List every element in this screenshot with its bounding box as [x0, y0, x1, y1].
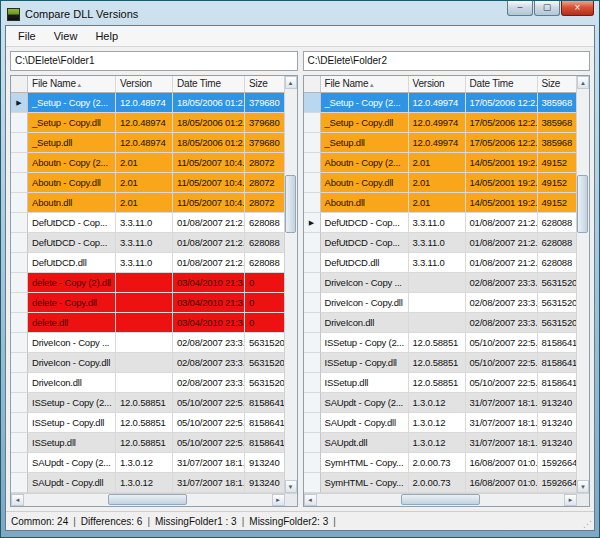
- vertical-scroll-thumb[interactable]: [285, 175, 296, 233]
- row-gutter: [304, 153, 321, 173]
- size-cell: 0: [245, 273, 284, 293]
- horizontal-scrollbar[interactable]: ◄ ►: [11, 493, 297, 506]
- column-header-size[interactable]: Size: [538, 76, 577, 92]
- table-row[interactable]: DefUtDCD - Cop...3.3.11.001/08/2007 21:2…: [11, 233, 284, 253]
- table-row[interactable]: Aboutn - Copy.dll2.0111/05/2007 10:4...2…: [11, 173, 284, 193]
- table-row[interactable]: DriveIcon - Copy.dll02/08/2007 23:3...56…: [304, 293, 577, 313]
- scroll-right-icon[interactable]: ►: [272, 494, 285, 506]
- size-cell: 628088: [538, 253, 577, 273]
- horizontal-scroll-thumb[interactable]: [108, 494, 187, 505]
- table-row[interactable]: SAUpdt - Copy (2...1.3.0.1231/07/2007 18…: [304, 393, 577, 413]
- size-cell: 1592664: [538, 453, 577, 473]
- table-row[interactable]: ISSetup.dll12.0.5885105/10/2007 22:5...8…: [304, 373, 577, 393]
- resize-grip-icon[interactable]: ⋰: [583, 519, 592, 529]
- table-row[interactable]: ISSetup - Copy.dll12.0.5885105/10/2007 2…: [11, 413, 284, 433]
- title-bar[interactable]: Compare DLL Versions – ▢ ×: [1, 1, 599, 25]
- vertical-scroll-track[interactable]: [285, 89, 297, 480]
- row-gutter: [304, 373, 321, 393]
- scroll-left-icon[interactable]: ◄: [304, 494, 317, 506]
- table-row[interactable]: DriveIcon - Copy ...02/08/2007 23:3...56…: [11, 333, 284, 353]
- size-cell: 628088: [538, 233, 577, 253]
- table-row[interactable]: ISSetup - Copy.dll12.0.5885105/10/2007 2…: [304, 353, 577, 373]
- date-time-cell: 18/05/2006 01:2...: [173, 113, 245, 133]
- folder2-path-input[interactable]: C:\DElete\Folder2: [303, 51, 591, 71]
- table-row[interactable]: SymHTML - Copy...2.0.00.7316/08/2007 01:…: [304, 473, 577, 493]
- date-time-cell: 05/10/2007 22:5...: [173, 413, 245, 433]
- menu-help[interactable]: Help: [86, 28, 127, 44]
- version-cell: [116, 273, 173, 293]
- scroll-down-icon[interactable]: ▼: [285, 480, 297, 493]
- table-row[interactable]: DefUtDCD.dll3.3.11.001/08/2007 21:2...62…: [304, 253, 577, 273]
- table-row[interactable]: _Setup.dll12.0.4897418/05/2006 01:2...37…: [11, 133, 284, 153]
- date-time-cell: 01/08/2007 21:2...: [466, 213, 538, 233]
- maximize-button[interactable]: ▢: [534, 1, 560, 16]
- table-row[interactable]: Aboutn.dll2.0114/05/2001 19:2...49152: [304, 193, 577, 213]
- scroll-right-icon[interactable]: ►: [564, 494, 577, 506]
- table-row[interactable]: delete - Copy.dll03/04/2010 21:3...0: [11, 293, 284, 313]
- table-row[interactable]: _Setup - Copy (2...12.0.4997417/05/2006 …: [304, 93, 577, 113]
- table-row[interactable]: _Setup.dll12.0.4997417/05/2006 12:2...38…: [304, 133, 577, 153]
- column-header-file-name[interactable]: File Name ▴: [321, 76, 409, 92]
- table-row[interactable]: delete.dll03/04/2010 21:3...0: [11, 313, 284, 333]
- table-row[interactable]: SAUpdt - Copy.dll1.3.0.1231/07/2007 18:1…: [11, 473, 284, 493]
- row-gutter: [304, 393, 321, 413]
- folder1-path-input[interactable]: C:\DElete\Folder1: [10, 51, 298, 71]
- scroll-left-icon[interactable]: ◄: [11, 494, 24, 506]
- horizontal-scroll-thumb[interactable]: [401, 494, 480, 505]
- table-row[interactable]: _Setup - Copy.dll12.0.4997417/05/2006 12…: [304, 113, 577, 133]
- table-row[interactable]: DefUtDCD.dll3.3.11.001/08/2007 21:2...62…: [11, 253, 284, 273]
- table-row[interactable]: DefUtDCD - Cop...3.3.11.001/08/2007 21:2…: [11, 213, 284, 233]
- version-cell: 2.01: [409, 173, 466, 193]
- table-row[interactable]: ISSetup - Copy (2...12.0.5885105/10/2007…: [304, 333, 577, 353]
- row-gutter: [304, 333, 321, 353]
- size-cell: 49152: [538, 193, 577, 213]
- table-row[interactable]: delete - Copy (2).dll03/04/2010 21:3...0: [11, 273, 284, 293]
- vertical-scroll-thumb[interactable]: [577, 175, 588, 233]
- horizontal-scrollbar[interactable]: ◄ ►: [304, 493, 590, 506]
- scroll-up-icon[interactable]: ▲: [285, 76, 297, 89]
- column-header-date-time[interactable]: Date Time: [466, 76, 538, 92]
- table-row[interactable]: SAUpdt - Copy.dll1.3.0.1231/07/2007 18:1…: [304, 413, 577, 433]
- table-row[interactable]: SAUpdt - Copy (2...1.3.0.1231/07/2007 18…: [11, 453, 284, 473]
- table-row[interactable]: DriveIcon.dll02/08/2007 23:3...5631520: [304, 313, 577, 333]
- table-row[interactable]: ISSetup - Copy (2...12.0.5885105/10/2007…: [11, 393, 284, 413]
- column-header-file-name[interactable]: File Name ▴: [28, 76, 116, 92]
- column-header-size[interactable]: Size: [245, 76, 284, 92]
- version-cell: 1.3.0.12: [409, 393, 466, 413]
- table-row[interactable]: DriveIcon - Copy.dll02/08/2007 23:3...56…: [11, 353, 284, 373]
- table-row[interactable]: DefUtDCD - Cop...3.3.11.001/08/2007 21:2…: [304, 233, 577, 253]
- table-row[interactable]: Aboutn - Copy.dll2.0114/05/2001 19:2...4…: [304, 173, 577, 193]
- table-row[interactable]: ISSetup.dll12.0.5885105/10/2007 22:5...8…: [11, 433, 284, 453]
- column-header-version[interactable]: Version: [409, 76, 466, 92]
- table-row[interactable]: ▶_Setup - Copy (2...12.0.4897418/05/2006…: [11, 93, 284, 113]
- vertical-scroll-track[interactable]: [577, 89, 589, 480]
- scroll-down-icon[interactable]: ▼: [577, 480, 589, 493]
- column-header-version[interactable]: Version: [116, 76, 173, 92]
- column-header-date-time[interactable]: Date Time: [173, 76, 245, 92]
- size-cell: 628088: [538, 213, 577, 233]
- table-row[interactable]: Aboutn - Copy (2...2.0111/05/2007 10:4..…: [11, 153, 284, 173]
- vertical-scrollbar[interactable]: ▲ ▼: [284, 76, 297, 493]
- table-row[interactable]: Aboutn - Copy (2...2.0114/05/2001 19:2..…: [304, 153, 577, 173]
- table-row[interactable]: DriveIcon.dll02/08/2007 23:3...5631520: [11, 373, 284, 393]
- menu-file[interactable]: File: [9, 28, 45, 44]
- folder2-file-table: File Name ▴VersionDate TimeSize _Setup -…: [303, 75, 591, 507]
- table-row[interactable]: Aboutn.dll2.0111/05/2007 10:4...28072: [11, 193, 284, 213]
- close-button[interactable]: ×: [561, 1, 594, 16]
- table-row[interactable]: SAUpdt.dll1.3.0.1231/07/2007 18:1...9132…: [304, 433, 577, 453]
- vertical-scrollbar[interactable]: ▲ ▼: [576, 76, 589, 493]
- date-time-cell: 01/08/2007 21:2...: [173, 253, 245, 273]
- window-title: Compare DLL Versions: [25, 8, 138, 20]
- version-cell: 12.0.49974: [409, 93, 466, 113]
- horizontal-scroll-track[interactable]: [317, 494, 565, 506]
- table-row[interactable]: DriveIcon - Copy ...02/08/2007 23:3...56…: [304, 273, 577, 293]
- table-row[interactable]: _Setup - Copy.dll12.0.4897418/05/2006 01…: [11, 113, 284, 133]
- folder2-panel: C:\DElete\Folder2 File Name ▴VersionDate…: [303, 51, 591, 507]
- size-cell: 628088: [245, 213, 284, 233]
- horizontal-scroll-track[interactable]: [24, 494, 272, 506]
- minimize-button[interactable]: –: [507, 1, 533, 16]
- scroll-up-icon[interactable]: ▲: [577, 76, 589, 89]
- table-row[interactable]: SymHTML - Copy...2.0.00.7316/08/2007 01:…: [304, 453, 577, 473]
- table-row[interactable]: ▶DefUtDCD - Cop...3.3.11.001/08/2007 21:…: [304, 213, 577, 233]
- menu-view[interactable]: View: [45, 28, 87, 44]
